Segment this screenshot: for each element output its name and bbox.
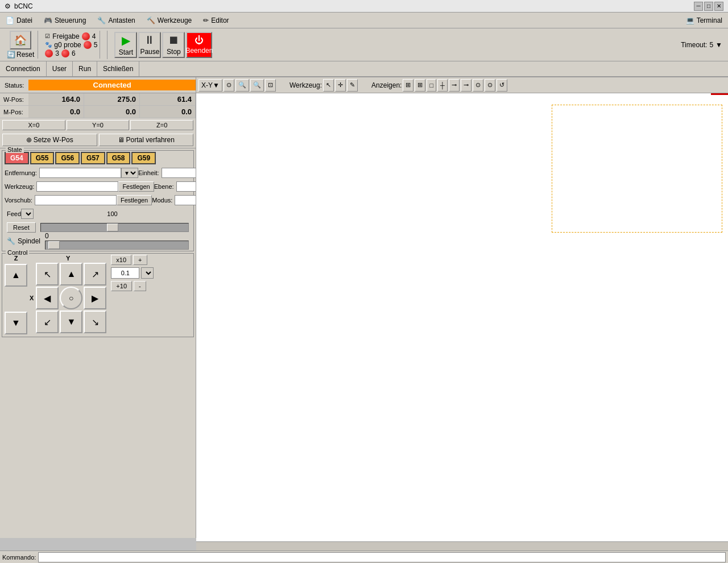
vorschub-input[interactable] [35, 195, 117, 205]
feed-reset-button[interactable]: Reset [7, 222, 36, 233]
beenden-button[interactable]: ⏻ Beenden [186, 32, 212, 58]
xy-view-button[interactable]: X-Y ▼ [198, 79, 222, 92]
close-button[interactable]: ✕ [714, 2, 723, 11]
feed-dropdown[interactable]: ▼ [21, 209, 34, 219]
g59-button[interactable]: G59 [131, 152, 156, 164]
anzeigen-limits-button[interactable]: ⊞ [403, 79, 413, 92]
pause-button[interactable]: ⏸ Pause [138, 32, 161, 58]
werkzeug-select-button[interactable]: ↖ [323, 79, 334, 92]
step-x10-button[interactable]: x10 [111, 255, 131, 265]
step-plus-button[interactable]: + [133, 255, 147, 265]
jog-ne-button[interactable]: ↗ [84, 263, 106, 285]
g54-button[interactable]: G54 [5, 152, 29, 164]
section-user[interactable]: User [47, 61, 73, 76]
anzeigen-work-button[interactable]: □ [427, 79, 436, 92]
modus-input[interactable] [175, 195, 196, 205]
pause-icon: ⏸ [144, 34, 155, 47]
jog-sw-button[interactable]: ↙ [36, 311, 59, 333]
x-zero-button[interactable]: X=0 [2, 120, 65, 130]
anzeigen-label: Anzeigen: [371, 81, 402, 89]
werkzeug-add-button[interactable]: ✛ [335, 79, 346, 92]
step-value-row: ▼ [111, 267, 154, 279]
freigabe-label: Freigabe [52, 32, 79, 40]
stop-button[interactable]: ⏹ Stop [162, 32, 185, 58]
werkzeug-edit-button[interactable]: ✎ [347, 79, 358, 92]
g55-button[interactable]: G55 [30, 152, 55, 164]
zoom-out-button[interactable]: 🔍 [250, 79, 264, 92]
timeout-label: Timeout: [681, 41, 707, 49]
step-plus10-row: +10 - [111, 281, 154, 291]
titlebar-controls[interactable]: ─ □ ✕ [694, 2, 723, 11]
menu-terminal[interactable]: 💻 Terminal [680, 14, 728, 27]
menu-steuerung[interactable]: 🎮 Steuerung [38, 13, 92, 28]
zoom-in-button[interactable]: 🔍 [235, 79, 249, 92]
anzeigen-cam-button[interactable]: ⊸ [461, 79, 471, 92]
section-schliessen[interactable]: Schließen [97, 61, 139, 76]
jog-left-button[interactable]: ◀ [36, 287, 59, 309]
vorschub-festlegen-button[interactable]: Festlegen [117, 195, 152, 205]
g58-button[interactable]: G58 [106, 152, 131, 164]
antasten-icon: 🔧 [97, 16, 106, 24]
main-layout: Status: Connected W-Pos: 164.0 275.0 61.… [0, 77, 728, 550]
step-value-input[interactable] [111, 267, 139, 279]
horizontal-scrollbar[interactable] [196, 541, 728, 550]
view-extra-button[interactable]: ⊡ [265, 79, 276, 92]
app-icon: ⚙ [5, 2, 11, 10]
g0probe-icon: 🐾 [45, 42, 52, 48]
ebene-input[interactable] [176, 181, 196, 192]
einheit-input[interactable] [162, 168, 196, 178]
toolbar-sections: Connection User Run Schließen [0, 61, 728, 77]
zoom-fit-button[interactable]: ⊙ [224, 79, 234, 92]
beenden-label: Beenden [185, 47, 213, 55]
anzeigen-axes-button[interactable]: ┼ [437, 79, 448, 92]
anzeigen-refresh-button[interactable]: ↺ [497, 79, 507, 92]
g56-button[interactable]: G56 [55, 152, 80, 164]
timeout-dropdown[interactable]: ▼ [715, 41, 722, 49]
menu-datei[interactable]: 📄 Datei [0, 13, 38, 28]
led3-row: 3 6 [45, 49, 97, 57]
jog-center-button[interactable]: ○ [60, 287, 82, 309]
entfernung-label: Entfernung: [5, 169, 39, 176]
kommando-input[interactable] [38, 552, 726, 562]
menu-editor[interactable]: ✏ Editor [197, 13, 234, 28]
titlebar: ⚙ bCNC ─ □ ✕ [0, 0, 728, 13]
portal-verfahren-button[interactable]: 🖥 Portal verfahren [99, 134, 194, 146]
spindel-slider[interactable] [45, 241, 189, 250]
referenzfahrt-button[interactable]: 🏠 [10, 31, 31, 49]
jog-right-button[interactable]: ▶ [84, 287, 106, 309]
freigabe-checkbox[interactable]: ☑ [45, 33, 50, 39]
step-unit-select[interactable]: ▼ [141, 267, 154, 279]
reset-small-button[interactable]: 🔄 Reset [7, 51, 34, 59]
menu-werkzeuge[interactable]: 🔨 Werkzeuge [141, 13, 197, 28]
anzeigen-measures-button[interactable]: ⊸ [449, 79, 460, 92]
maximize-button[interactable]: □ [704, 2, 713, 11]
jog-nw-button[interactable]: ↖ [36, 263, 59, 285]
start-button[interactable]: ▶ Start [114, 32, 137, 58]
menu-antasten[interactable]: 🔧 Antasten [92, 13, 140, 28]
section-connection[interactable]: Connection [0, 61, 47, 76]
step-plus10-button[interactable]: +10 [111, 281, 132, 291]
werkzeug-festlegen-button[interactable]: Festlegen [118, 181, 154, 192]
step-minus-button[interactable]: - [134, 281, 146, 291]
feed-slider[interactable] [40, 223, 189, 232]
jog-up-button[interactable]: ▲ [60, 263, 82, 285]
y-zero-button[interactable]: Y=0 [67, 120, 130, 130]
datei-label: Datei [16, 16, 32, 24]
g57-button[interactable]: G57 [81, 152, 105, 164]
connection-label: Connection [6, 65, 40, 73]
feed-label: Feed [5, 210, 21, 217]
anzeigen-extras-button[interactable]: ⊙ [473, 79, 483, 92]
anzeigen-grid-button[interactable]: ⊞ [415, 79, 425, 92]
werkzeug-input[interactable] [36, 181, 118, 192]
section-run[interactable]: Run [73, 61, 97, 76]
jog-se-button[interactable]: ↘ [84, 311, 106, 333]
anzeigen-path-button[interactable]: ⊙ [485, 79, 495, 92]
jog-z-up-button[interactable]: ▲ [5, 264, 27, 287]
minimize-button[interactable]: ─ [694, 2, 703, 11]
jog-down-button[interactable]: ▼ [60, 311, 82, 333]
z-zero-button[interactable]: Z=0 [130, 120, 193, 130]
entfernung-select[interactable]: ▼ [121, 168, 138, 178]
jog-z-down-button[interactable]: ▼ [5, 312, 27, 334]
entfernung-input[interactable] [39, 168, 121, 178]
setze-wpos-button[interactable]: ⊕ Setze W-Pos [2, 134, 97, 146]
